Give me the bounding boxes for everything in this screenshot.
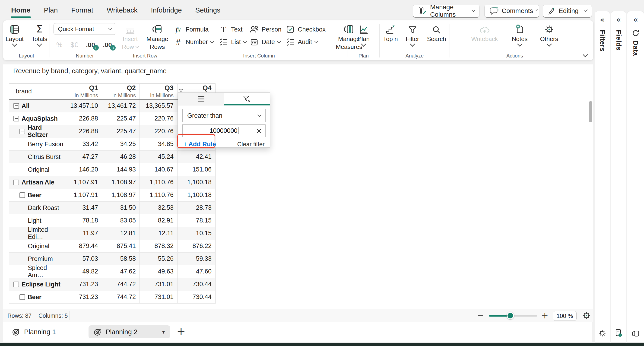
decrease-decimals-button[interactable]: .00 ← <box>86 41 95 49</box>
insert-checkbox-column-button[interactable]: Checkbox <box>286 26 329 33</box>
value-cell[interactable]: 45.24 <box>140 151 178 163</box>
zoom-out-button[interactable]: − <box>477 311 484 320</box>
value-cell[interactable]: 225.47 <box>102 112 140 125</box>
percent-format-icon[interactable]: % <box>56 41 62 49</box>
row-label-cell[interactable]: Berry Fusion <box>9 138 64 150</box>
quick-format-select[interactable]: Quick Format <box>54 23 116 35</box>
value-cell[interactable]: 59.33 <box>178 252 215 265</box>
menu-item-format[interactable]: Format <box>71 5 93 15</box>
value-cell[interactable]: 1,108.97 <box>102 176 140 189</box>
value-cell[interactable]: 49.63 <box>140 265 178 278</box>
value-cell[interactable]: 1,100.18 <box>178 189 215 202</box>
expand-panel-icon[interactable]: « <box>616 16 621 24</box>
value-cell[interactable]: 32.53 <box>140 202 178 214</box>
gear-icon[interactable] <box>598 329 606 337</box>
value-cell[interactable]: 78.15 <box>178 214 215 227</box>
side-panel-fields[interactable]: « Fields <box>611 11 626 342</box>
value-cell[interactable]: 876.22 <box>178 240 215 252</box>
filters-panel-label[interactable]: Filters <box>598 30 606 52</box>
value-cell[interactable]: 146.20 <box>64 164 102 176</box>
menu-item-writeback[interactable]: Writeback <box>106 5 138 15</box>
others-button[interactable]: Others <box>538 23 561 46</box>
value-cell[interactable]: 226.88 <box>64 125 102 138</box>
value-cell[interactable]: 31.50 <box>102 202 140 214</box>
value-cell[interactable]: 744.72 <box>102 278 140 290</box>
values-list-tab[interactable] <box>178 93 224 105</box>
row-label-cell[interactable]: Premium <box>9 252 64 265</box>
row-label-cell[interactable]: Spiced Am… <box>9 265 64 278</box>
side-panel-data[interactable]: « Data <box>627 11 644 342</box>
value-cell[interactable]: 140.67 <box>140 164 178 176</box>
value-cell[interactable]: 225.47 <box>102 125 140 138</box>
value-cell[interactable]: 11.97 <box>64 227 102 240</box>
document-plus-icon[interactable] <box>615 329 622 337</box>
sheet-tab-planning-2[interactable]: Planning 2 ▼ <box>88 325 170 338</box>
column-header-q1[interactable]: Q1in Millions <box>64 84 102 99</box>
layout-button[interactable]: Layout <box>3 23 26 46</box>
value-cell[interactable]: 12.81 <box>102 227 140 240</box>
zoom-in-button[interactable]: + <box>541 311 548 320</box>
value-cell[interactable]: 220.76 <box>140 112 178 125</box>
row-label-cell[interactable]: All <box>9 100 64 112</box>
value-cell[interactable]: 1,110.76 <box>140 176 178 189</box>
row-label-cell[interactable]: Eclipse Light <box>9 278 64 290</box>
manage-rows-button[interactable]: Manage Rows <box>144 23 171 50</box>
value-cell[interactable]: 1,100.18 <box>178 176 215 189</box>
vertical-scrollbar-thumb[interactable] <box>589 101 592 122</box>
value-cell[interactable]: 1,107.91 <box>64 176 102 189</box>
value-cell[interactable]: 10.15 <box>178 227 215 240</box>
tab-menu-triangle-icon[interactable]: ▼ <box>162 330 165 334</box>
search-button[interactable]: Search <box>424 23 449 46</box>
value-cell[interactable]: 226.88 <box>64 112 102 125</box>
editing-mode-button[interactable]: Editing <box>543 5 592 18</box>
value-cell[interactable]: 49.82 <box>64 265 102 278</box>
row-label-cell[interactable]: Artisan Ale <box>9 176 64 189</box>
insert-formula-column-button[interactable]: fx Formula <box>174 25 219 34</box>
value-cell[interactable]: 78.18 <box>64 214 102 227</box>
copy-stack-icon[interactable] <box>632 329 640 337</box>
filter-button[interactable]: Filter <box>403 23 422 46</box>
column-header-q3[interactable]: Q3in Millions <box>140 84 178 99</box>
value-cell[interactable]: 875.41 <box>102 240 140 252</box>
insert-number-column-button[interactable]: # Number <box>174 38 219 46</box>
collapse-row-icon[interactable] <box>14 282 19 287</box>
zoom-level-box[interactable]: 100 % <box>553 311 576 321</box>
value-cell[interactable]: 34.25 <box>102 138 140 150</box>
value-cell[interactable]: 47.62 <box>102 265 140 278</box>
value-cell[interactable]: 744.72 <box>102 291 140 303</box>
value-cell[interactable]: 47.60 <box>178 265 215 278</box>
filter-value-input[interactable]: 10000000 <box>182 124 266 137</box>
value-cell[interactable]: 47.27 <box>64 151 102 163</box>
value-cell[interactable]: 1,110.76 <box>140 189 178 202</box>
collapse-ribbon-icon[interactable] <box>583 52 588 58</box>
row-label-cell[interactable]: Limited Edi… <box>9 227 64 240</box>
value-cell[interactable]: 57.03 <box>64 252 102 265</box>
writeback-button[interactable]: Writeback <box>468 23 500 46</box>
add-sheet-button[interactable]: + <box>176 325 186 338</box>
insert-date-column-button[interactable]: Date <box>250 38 286 46</box>
value-cell[interactable]: 33.42 <box>64 138 102 150</box>
row-label-cell[interactable]: Beer <box>9 189 64 202</box>
value-cell[interactable]: 31.47 <box>64 202 102 214</box>
value-cell[interactable]: 730.44 <box>178 278 215 290</box>
value-cell[interactable]: 151.06 <box>178 164 215 176</box>
value-cell[interactable]: 731.23 <box>64 291 102 303</box>
condition-filter-tab[interactable] <box>224 93 270 105</box>
collapse-row-icon[interactable] <box>14 103 19 109</box>
clear-filter-link[interactable]: Clear filter <box>237 141 265 148</box>
side-panel-filters[interactable]: « Filters <box>595 11 610 342</box>
insert-list-column-button[interactable]: List <box>219 38 250 46</box>
value-cell[interactable]: 13,457.10 <box>64 100 102 112</box>
insert-person-column-button[interactable]: Person <box>250 26 286 33</box>
menu-item-home[interactable]: Home <box>11 5 30 15</box>
value-cell[interactable]: 731.01 <box>140 291 178 303</box>
collapse-row-icon[interactable] <box>20 294 25 300</box>
refresh-icon[interactable] <box>632 29 640 37</box>
value-cell[interactable]: 731.01 <box>140 278 178 290</box>
value-cell[interactable]: 34.85 <box>140 138 178 150</box>
collapse-row-icon[interactable] <box>20 128 25 134</box>
expand-panel-icon[interactable]: « <box>633 16 638 24</box>
comments-button[interactable]: Comments <box>484 5 539 18</box>
value-cell[interactable]: 13,365.57 <box>140 100 178 112</box>
row-label-cell[interactable]: Hard Seltzer <box>9 125 64 138</box>
